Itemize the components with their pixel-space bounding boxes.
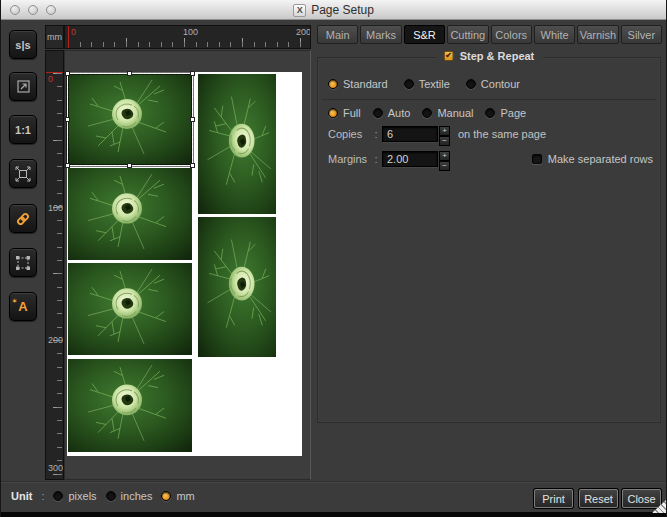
repeat-image-tile-6[interactable] xyxy=(198,217,276,357)
radio-label: Manual xyxy=(437,107,473,119)
step-repeat-checkbox[interactable]: ✔ xyxy=(444,51,454,61)
radio-full[interactable]: Full xyxy=(328,107,361,119)
spinner-down-button[interactable]: − xyxy=(439,136,450,146)
titlebar: X Page Setup xyxy=(1,0,666,20)
radio-standard[interactable]: Standard xyxy=(328,78,388,90)
ruler-unit-corner: mm xyxy=(45,25,64,49)
vruler-origin-marker xyxy=(46,72,63,73)
tab-colors[interactable]: Colors xyxy=(491,25,532,44)
margins-input[interactable] xyxy=(382,151,438,167)
tab-label: S&R xyxy=(413,29,436,41)
horizontal-ruler: 0 100 200 xyxy=(64,25,311,49)
radio-page[interactable]: Page xyxy=(485,107,526,119)
link-button[interactable] xyxy=(9,204,37,233)
radio-mm[interactable]: mm xyxy=(161,490,194,502)
repeat-image-tile-3[interactable] xyxy=(68,263,192,355)
tab-cutting[interactable]: Cutting xyxy=(447,25,488,44)
print-button[interactable]: Print xyxy=(534,489,573,508)
tab-marks[interactable]: Marks xyxy=(360,25,401,44)
radio-auto[interactable]: Auto xyxy=(373,107,411,119)
repeat-image-tile-1[interactable] xyxy=(68,74,192,165)
mirror-pages-icon: s|s xyxy=(15,39,30,51)
flower-image xyxy=(68,168,192,260)
page-preview xyxy=(67,72,302,456)
radio-inches[interactable]: inches xyxy=(106,490,153,502)
tab-white[interactable]: White xyxy=(534,25,575,44)
radio-label: Standard xyxy=(343,78,388,90)
mirror-pages-button[interactable]: s|s xyxy=(9,30,37,59)
selection-marquee[interactable] xyxy=(67,73,193,166)
tab-label: Main xyxy=(326,29,350,41)
selection-handle[interactable] xyxy=(127,71,132,76)
bottom-bar: Unit : pixels inches mm Print Reset Clos… xyxy=(1,481,666,512)
radio-dot xyxy=(466,79,476,89)
selection-handle[interactable] xyxy=(65,117,70,122)
radio-manual[interactable]: Manual xyxy=(422,107,473,119)
margins-row: Margins : + − xyxy=(328,151,450,167)
fit-to-page-icon xyxy=(15,166,31,182)
reset-button-label: Reset xyxy=(584,493,613,505)
tab-label: Varnish xyxy=(580,29,616,41)
tab-label: Marks xyxy=(366,29,396,41)
group-divider xyxy=(322,99,656,100)
x11-icon: X xyxy=(293,4,306,17)
make-separated-rows-checkbox[interactable] xyxy=(532,154,542,164)
vruler-tick-200: 200 xyxy=(48,335,63,345)
unit-label: Unit xyxy=(11,490,32,502)
mode-radio-group: Standard Textile Contour xyxy=(328,78,520,90)
spinner-down-button[interactable]: − xyxy=(439,161,450,171)
radio-dot xyxy=(106,491,116,501)
repeat-image-tile-4[interactable] xyxy=(68,359,192,452)
tab-varnish[interactable]: Varnish xyxy=(577,25,618,44)
radio-dot xyxy=(485,108,495,118)
hruler-minor-ticks xyxy=(68,42,310,47)
vruler-tick-0: 0 xyxy=(48,74,53,84)
spinner-up-button[interactable]: + xyxy=(439,126,450,136)
selection-handle[interactable] xyxy=(65,71,70,76)
preview-canvas[interactable] xyxy=(64,50,311,480)
radio-label: Textile xyxy=(419,78,450,90)
make-separated-rows-option[interactable]: Make separated rows xyxy=(532,153,653,165)
tab-label: Cutting xyxy=(450,29,485,41)
tab-main[interactable]: Main xyxy=(317,25,358,44)
vertical-ruler: 0 100 200 300 xyxy=(45,50,64,480)
radio-label: Auto xyxy=(388,107,411,119)
radio-dot xyxy=(53,491,63,501)
copies-input[interactable] xyxy=(382,126,438,142)
flower-image xyxy=(68,359,192,452)
close-button[interactable]: Close xyxy=(622,489,661,508)
tab-silver[interactable]: Silver xyxy=(621,25,662,44)
tab-sr[interactable]: S&R xyxy=(404,25,445,44)
text-tool-icon: A xyxy=(18,299,27,314)
copies-spinner: + − xyxy=(439,126,450,142)
transform-selection-button[interactable] xyxy=(9,248,37,277)
radio-textile[interactable]: Textile xyxy=(404,78,450,90)
copies-suffix-label: on the same page xyxy=(458,128,546,140)
transform-selection-icon xyxy=(15,255,31,271)
radio-pixels[interactable]: pixels xyxy=(53,490,96,502)
sparkle-icon: ✶ xyxy=(12,297,17,304)
fit-to-page-button[interactable] xyxy=(9,159,37,188)
step-repeat-title: Step & Repeat xyxy=(460,50,535,62)
selection-handle[interactable] xyxy=(190,71,195,76)
copies-label: Copies xyxy=(328,128,370,140)
text-tool-button[interactable]: A ✶ xyxy=(9,292,37,321)
margins-spinner: + − xyxy=(439,151,450,167)
hruler-tick-0: 0 xyxy=(71,27,76,37)
radio-contour[interactable]: Contour xyxy=(466,78,520,90)
margins-label: Margins xyxy=(328,153,370,165)
repeat-image-tile-5[interactable] xyxy=(198,74,276,214)
hruler-tick-100: 100 xyxy=(183,27,198,37)
repeat-image-tile-2[interactable] xyxy=(68,168,192,260)
actual-size-button[interactable]: 1:1 xyxy=(9,115,37,144)
colon: : xyxy=(41,490,44,502)
window-title: X Page Setup xyxy=(1,2,666,17)
spinner-up-button[interactable]: + xyxy=(439,151,450,161)
tab-label: Colors xyxy=(495,29,527,41)
reset-button[interactable]: Reset xyxy=(579,489,618,508)
export-icon xyxy=(16,79,31,94)
link-icon xyxy=(15,211,31,227)
selection-handle[interactable] xyxy=(190,117,195,122)
radio-dot xyxy=(404,79,414,89)
export-button[interactable] xyxy=(9,72,37,101)
